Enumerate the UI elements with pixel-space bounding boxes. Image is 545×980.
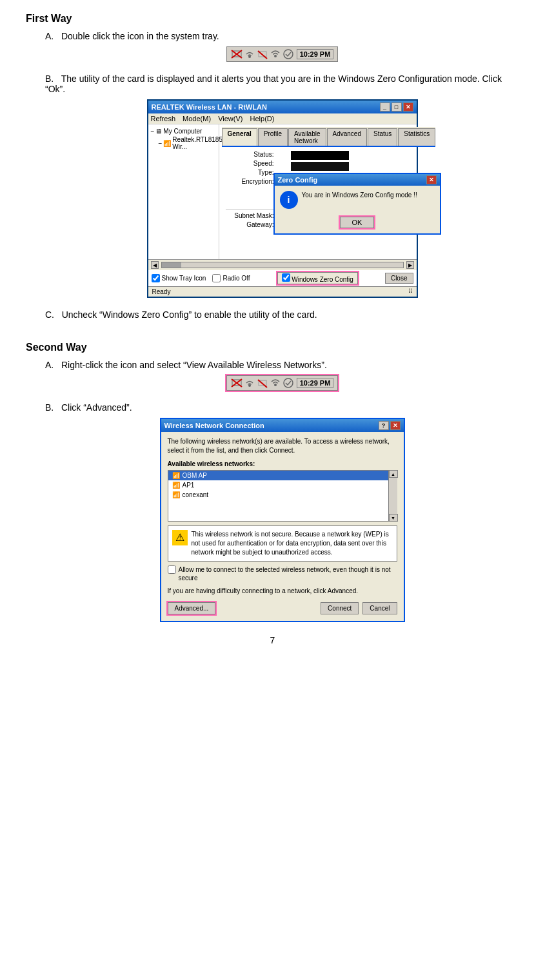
gateway-label: Gateway: [226, 221, 274, 228]
net-icon-2: 📶 [172, 491, 180, 498]
realtek-content: − 🖥 My Computer − 📶 Realtek.RTL8185 Wir.… [148, 124, 417, 259]
svg-line-5 [258, 51, 267, 59]
tab-available-network[interactable]: Available Network [288, 128, 326, 146]
network-icon-2 [257, 48, 268, 60]
close-btn[interactable]: ✕ [403, 103, 413, 112]
tree-child: − 📶 Realtek.RTL8185 Wir... [159, 135, 216, 151]
menu-refresh[interactable]: Refresh [151, 115, 176, 122]
scroll-down[interactable]: ▼ [389, 514, 398, 522]
wnc-list-container: 📶 OBM AP 📶 AP1 📶 conexant [168, 470, 397, 522]
wnc-close-btn[interactable]: ✕ [390, 421, 401, 430]
minimize-btn[interactable]: _ [380, 103, 390, 112]
step-a-letter: A. [45, 31, 54, 41]
type-label: Type: [226, 169, 274, 176]
wnc-title: Wireless Network Connection [164, 422, 264, 429]
menu-view[interactable]: View(V) [218, 115, 243, 122]
allow-label: Allow me to connect to the selected wire… [179, 565, 397, 582]
signal-icon [270, 48, 281, 60]
wnc-footer: Advanced... Connect Cancel [168, 600, 397, 616]
step-b-letter: B. [45, 74, 54, 84]
adapter-icon: 📶 [163, 140, 171, 147]
second-step-b-text: Click “Advanced”. [61, 402, 132, 413]
second-step-a-letter: A. [45, 360, 54, 370]
svg-point-14 [274, 384, 277, 386]
net-icon-1: 📶 [172, 482, 180, 489]
available-label: Available wireless networks: [168, 460, 397, 467]
warning-icon: ⚠ [172, 530, 188, 545]
zero-config-close[interactable]: ✕ [426, 175, 437, 184]
wireless-icon-s [244, 377, 255, 389]
wnc-body: The following wireless network(s) are av… [161, 432, 404, 621]
tree-root-label: My Computer [163, 128, 202, 135]
ok-button[interactable]: OK [340, 217, 375, 228]
tray-time-second: 10:29 PM [297, 378, 334, 388]
step-b-text: The utility of the card is displayed and… [45, 74, 502, 94]
encryption-label: Encryption: [226, 178, 274, 185]
second-step-a-text: Right-click the icon and select “View Av… [61, 360, 327, 370]
connect-button[interactable]: Connect [321, 602, 359, 614]
zero-config-message: You are in Windows Zero Config mode !! [302, 191, 435, 200]
network-item-0[interactable]: 📶 OBM AP [168, 471, 397, 480]
network-item-2[interactable]: 📶 conexant [168, 490, 397, 500]
tab-advanced[interactable]: Advanced [327, 128, 367, 146]
menu-help[interactable]: Help(D) [250, 115, 275, 122]
svg-point-6 [274, 55, 277, 57]
speed-row: Speed: [226, 160, 278, 167]
close-button[interactable]: Close [385, 273, 413, 284]
status-value [291, 151, 349, 160]
status-bar-text: Ready [152, 288, 171, 295]
step-c-label: C. Uncheck “Windows Zero Config” to enab… [45, 309, 519, 320]
page-number: 7 [26, 635, 519, 645]
network-icon-s [231, 377, 243, 389]
maximize-btn[interactable]: □ [391, 103, 402, 112]
tab-profile[interactable]: Profile [258, 128, 288, 146]
net-name-0: OBM AP [183, 472, 207, 479]
type-row: Type: [226, 169, 278, 176]
left-fields: Status: Speed: Type: [226, 151, 278, 206]
resize-handle: ⠿ [408, 288, 413, 295]
wnc-hint: If you are having difficulty connecting … [168, 587, 397, 594]
main-panel: General Profile Available Network Advanc… [219, 124, 439, 259]
tab-statistics[interactable]: Statistics [398, 128, 435, 146]
cancel-button[interactable]: Cancel [362, 602, 397, 614]
wnc-controls: ? ✕ [379, 421, 401, 430]
speed-label: Speed: [226, 160, 274, 167]
allow-checkbox[interactable] [168, 565, 176, 574]
zero-config-dialog: Zero Config ✕ i You are in Windows Zero … [273, 173, 441, 235]
tab-status[interactable]: Status [368, 128, 397, 146]
scroll-right[interactable]: ▶ [406, 261, 414, 269]
show-tray-checkbox: Show Tray Icon [152, 274, 206, 282]
wnc-intro: The following wireless network(s) are av… [168, 437, 397, 455]
wireless-icon [244, 48, 255, 60]
signal-icon-s [270, 377, 281, 389]
wnc-dialog: Wireless Network Connection ? ✕ The foll… [160, 418, 405, 622]
svg-point-15 [284, 378, 293, 387]
network-item-1[interactable]: 📶 AP1 [168, 480, 397, 490]
net-name-1: AP1 [183, 482, 195, 489]
menu-mode[interactable]: Mode(M) [183, 115, 211, 122]
second-way-heading: Second Way [26, 342, 519, 353]
wnc-list[interactable]: 📶 OBM AP 📶 AP1 📶 conexant [168, 470, 397, 522]
wzc-input[interactable] [282, 273, 290, 282]
wnc-help-btn[interactable]: ? [379, 421, 389, 430]
step-c-text: Uncheck “Windows Zero Config” to enable … [62, 309, 317, 320]
tray-icons-first [231, 48, 294, 60]
show-tray-input[interactable] [152, 274, 160, 282]
zero-config-titlebar: Zero Config ✕ [275, 174, 440, 186]
radio-off-input[interactable] [212, 274, 221, 282]
window-controls: _ □ ✕ [380, 103, 413, 112]
realtek-dialog: REALTEK Wireless LAN - RtWLAN _ □ ✕ Refr… [147, 99, 418, 298]
advanced-button[interactable]: Advanced... [168, 602, 216, 614]
wzc-checkbox[interactable]: Windows Zero Config [277, 272, 358, 284]
subnet-label: Subnet Mask: [226, 212, 274, 219]
encryption-row: Encryption: [226, 178, 278, 185]
step-a-label: A. Double click the icon in the system t… [45, 31, 519, 41]
wnc-warning: ⚠ This wireless network is not secure. B… [168, 525, 397, 562]
tree-child-label: Realtek.RTL8185 Wir... [172, 136, 223, 150]
tab-general[interactable]: General [222, 128, 257, 146]
net-name-2: conexant [183, 491, 209, 498]
scroll-left[interactable]: ◀ [151, 261, 159, 269]
wzc-label: Windows Zero Config [292, 276, 353, 283]
sidebar-tree: − 🖥 My Computer − 📶 Realtek.RTL8185 Wir.… [148, 124, 219, 259]
scroll-up[interactable]: ▲ [389, 470, 398, 478]
